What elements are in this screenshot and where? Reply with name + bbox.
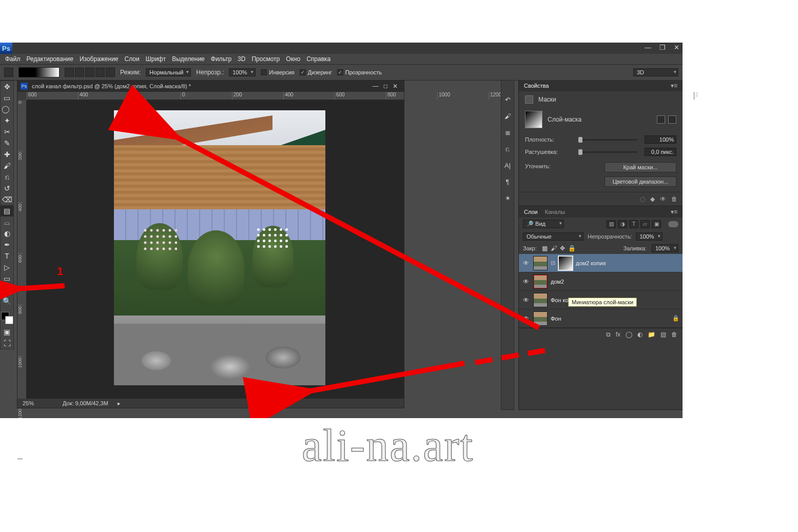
feather-value[interactable]: 0,0 пикс. (645, 148, 676, 156)
gradient-reflected-button[interactable] (95, 68, 105, 77)
path-select-tool-icon[interactable]: ▷ (1, 262, 13, 273)
menu-select[interactable]: Выделение (172, 55, 205, 63)
clone-panel-icon[interactable]: ⎌ (503, 144, 512, 153)
menu-image[interactable]: Изображение (80, 55, 119, 63)
zoom-tool-icon[interactable]: 🔍 (1, 295, 13, 307)
menu-view[interactable]: Просмотр (251, 55, 280, 63)
type-tool-icon[interactable]: T (1, 250, 13, 262)
tab-channels[interactable]: Каналы (545, 209, 565, 215)
blend-mode-select[interactable]: Обычные (523, 232, 583, 241)
stamp-tool-icon[interactable]: ⎌ (1, 171, 13, 183)
gradient-diamond-button[interactable] (106, 68, 115, 77)
menu-edit[interactable]: Редактирование (27, 55, 73, 63)
density-value[interactable]: 100% (645, 135, 676, 144)
delete-mask-icon[interactable]: 🗑 (671, 195, 677, 203)
menu-help[interactable]: Справка (306, 55, 330, 63)
healing-tool-icon[interactable]: ✚ (1, 149, 13, 160)
visibility-toggle-icon[interactable]: 👁 (522, 297, 530, 304)
canvas-area[interactable] (27, 100, 404, 399)
layer-name[interactable]: Фон (551, 316, 561, 322)
gradient-radial-button[interactable] (75, 68, 84, 77)
pen-tool-icon[interactable]: ✒ (1, 239, 13, 250)
fill-input[interactable]: 100% (652, 244, 678, 252)
maximize-button[interactable]: ❐ (659, 44, 666, 51)
vector-mask-button[interactable] (668, 115, 676, 124)
document-header[interactable]: Ps слой канал фильтр.psd @ 25% (дом2 коп… (17, 81, 404, 92)
eyedropper-tool-icon[interactable]: ✎ (1, 137, 13, 149)
color-range-button[interactable]: Цветовой диапазон... (605, 176, 676, 187)
layer-opacity-input[interactable]: 100% (636, 232, 663, 241)
crop-tool-icon[interactable]: ✂ (1, 126, 13, 137)
screenmode-toggle-icon[interactable]: ⛶ (1, 338, 13, 349)
history-panel-icon[interactable]: ↶ (503, 95, 512, 104)
close-button[interactable]: ✕ (674, 44, 679, 51)
mode-select[interactable]: Нормальный (146, 68, 191, 76)
gradient-angle-button[interactable] (85, 68, 94, 77)
doc-close-button[interactable]: ✕ (393, 83, 398, 90)
doc-maximize-button[interactable]: □ (384, 83, 387, 90)
quick-select-tool-icon[interactable]: ✦ (1, 115, 13, 126)
filter-toggle[interactable] (668, 221, 678, 227)
feather-slider[interactable] (578, 151, 637, 153)
link-layers-icon[interactable]: ⧉ (606, 331, 611, 338)
layer-row-dom2-copy[interactable]: 👁 ⊟ дом2 копия (519, 254, 683, 272)
filter-shape-icon[interactable]: ▱ (640, 220, 650, 228)
workspace-select[interactable]: 3D (633, 68, 678, 76)
quickmask-toggle-icon[interactable]: ▣ (1, 326, 13, 338)
reverse-checkbox[interactable]: Инверсия (261, 69, 295, 75)
tab-properties[interactable]: Свойства (524, 83, 549, 89)
move-tool-icon[interactable]: ✥ (1, 81, 13, 92)
layer-thumbnail[interactable] (533, 256, 548, 270)
dither-checkbox[interactable]: ✓Дизеринг (300, 69, 332, 75)
doc-minimize-button[interactable]: — (373, 83, 379, 90)
mask-link-icon[interactable]: ⊟ (551, 260, 555, 266)
dodge-tool-icon[interactable]: ◐ (1, 228, 13, 239)
brush-presets-panel-icon[interactable]: ≣ (503, 128, 512, 137)
lasso-tool-icon[interactable]: ⃝ (1, 104, 13, 115)
layer-thumbnail[interactable] (533, 311, 548, 326)
brush-tool-icon[interactable]: 🖌 (1, 160, 13, 171)
pixel-mask-button[interactable] (657, 115, 665, 124)
hand-tool-icon[interactable]: ✋ (1, 284, 13, 295)
ruler-horizontal[interactable]: 6004002000200400600800100012001400160018… (27, 92, 404, 100)
visibility-toggle-icon[interactable]: 👁 (522, 278, 530, 285)
properties-menu-icon[interactable]: ▾≡ (671, 82, 677, 89)
lock-pixels-icon[interactable]: 🖌 (551, 245, 557, 252)
mask-thumbnail[interactable] (525, 111, 542, 128)
layer-thumbnail[interactable] (533, 274, 548, 289)
menu-type[interactable]: Шрифт (146, 55, 166, 63)
gradient-tool-icon[interactable]: ▤ (1, 205, 13, 216)
menu-filter[interactable]: Фильтр (211, 55, 231, 63)
transparency-checkbox[interactable]: ✓Прозрачность (337, 69, 382, 75)
tool-preset-picker[interactable] (4, 68, 13, 77)
layer-thumbnail[interactable] (533, 293, 548, 307)
minimize-button[interactable]: — (645, 44, 651, 51)
marquee-tool-icon[interactable]: ▭ (1, 92, 13, 104)
doc-info-arrow-icon[interactable]: ▸ (118, 400, 121, 407)
disable-mask-icon[interactable]: 👁 (660, 195, 666, 203)
lock-all-icon[interactable]: 🔒 (568, 245, 576, 252)
fg-bg-color[interactable] (1, 312, 13, 324)
zoom-field[interactable]: 25% (23, 400, 53, 406)
apply-mask-icon[interactable]: ◆ (650, 195, 655, 203)
brushes-panel-icon[interactable]: 🖌 (503, 111, 512, 121)
density-slider[interactable] (578, 139, 637, 141)
layer-filter-kind-select[interactable]: 🔎 Вид (523, 220, 564, 228)
blur-tool-icon[interactable]: ⌓ (1, 216, 13, 228)
layer-name[interactable]: дом2 копия (576, 260, 606, 266)
new-fill-adjust-icon[interactable]: ◐ (637, 331, 643, 338)
history-brush-tool-icon[interactable]: ↺ (1, 183, 13, 194)
filter-adjust-icon[interactable]: ◑ (618, 220, 627, 228)
layer-row-fon[interactable]: 👁 Фон 🔒 (519, 309, 683, 328)
ruler-vertical[interactable]: 020040060080010001200 (17, 100, 27, 399)
menu-layers[interactable]: Слои (125, 55, 140, 63)
layer-mask-thumbnail[interactable] (558, 256, 573, 270)
layer-fx-icon[interactable]: fx (616, 331, 620, 338)
lock-position-icon[interactable]: ✥ (560, 245, 565, 252)
layer-name[interactable]: дом2 (551, 279, 564, 285)
char-panel-icon[interactable]: A| (503, 161, 512, 170)
menu-file[interactable]: Файл (5, 55, 21, 63)
new-layer-icon[interactable]: ▤ (660, 331, 666, 338)
tab-layers[interactable]: Слои (524, 209, 538, 215)
paragraph-panel-icon[interactable]: ¶ (503, 177, 512, 186)
